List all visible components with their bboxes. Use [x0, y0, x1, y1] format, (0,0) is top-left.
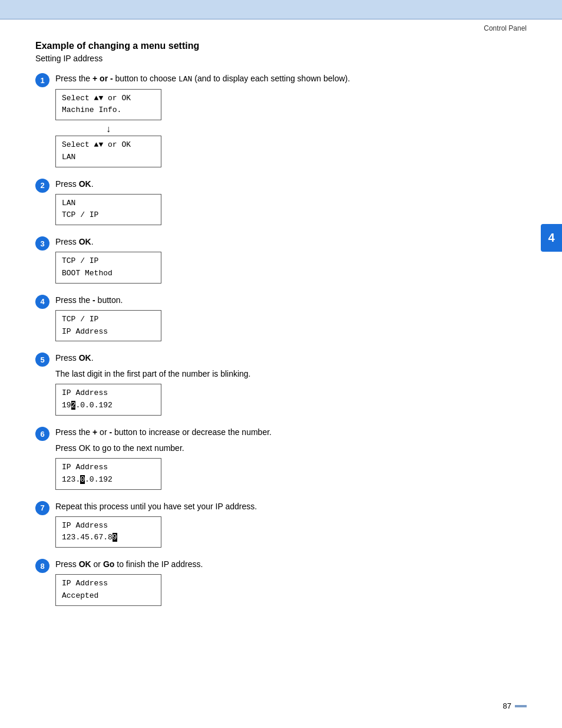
step-row-2: 2Press OK.LANTCP / IP — [35, 178, 527, 228]
lcd-line: TCP / IP — [62, 314, 155, 326]
highlight-char: 9 — [113, 533, 117, 542]
step-subtext-6: Press OK to go to the next number. — [55, 442, 527, 454]
lcd-box-1-0: LANTCP / IP — [55, 194, 161, 226]
lcd-line: LAN — [62, 151, 155, 164]
lcd-box-special-6-0: IP Address123.45.67.89 — [55, 516, 161, 548]
step-text-3: Press OK. — [55, 236, 527, 248]
page-number: 87 — [503, 701, 511, 710]
lcd-line: Accepted — [62, 590, 155, 602]
lcd-box-2-0: TCP / IPBOOT Method — [55, 252, 161, 284]
step-content-6: Press the + or - button to increase or d… — [55, 426, 527, 492]
step-content-2: Press OK.LANTCP / IP — [55, 178, 527, 228]
lcd-line: 123.45.67.89 — [62, 532, 155, 544]
step-text-7: Repeat this process until you have set y… — [55, 500, 527, 513]
step-row-6: 6Press the + or - button to increase or … — [35, 426, 527, 492]
step-text-2: Press OK. — [55, 178, 527, 190]
step-text-6: Press the + or - button to increase or d… — [55, 426, 527, 439]
tab-marker: 4 — [541, 224, 562, 252]
step-row-3: 3Press OK.TCP / IPBOOT Method — [35, 236, 527, 286]
step-content-8: Press OK or Go to finish the IP address.… — [55, 558, 527, 608]
lcd-line: 192.0.0.192 — [62, 400, 155, 412]
top-bar — [0, 0, 562, 19]
step-row-7: 7Repeat this process until you have set … — [35, 500, 527, 551]
step-circle-3: 3 — [35, 236, 49, 251]
lcd-box-special-4-0: IP Address192.0.0.192 — [55, 384, 161, 416]
step-content-3: Press OK.TCP / IPBOOT Method — [55, 236, 527, 286]
step-circle-5: 5 — [35, 353, 49, 367]
lcd-box-3-0: TCP / IPIP Address — [55, 310, 161, 342]
step-subtext-5: The last digit in the first part of the … — [55, 368, 527, 380]
step-content-1: Press the + or - button to choose LAN (a… — [55, 73, 527, 170]
page-number-box — [515, 705, 527, 707]
highlight-char: 2 — [71, 401, 76, 410]
page-number-area: 87 — [503, 701, 527, 710]
step-content-7: Repeat this process until you have set y… — [55, 500, 527, 551]
lcd-line: IP Address — [62, 326, 155, 338]
step-text-1: Press the + or - button to choose LAN (a… — [55, 73, 527, 85]
lcd-box-0-0: Select ▲▼ or OKMachine Info. — [55, 89, 161, 121]
step-text-4: Press the - button. — [55, 294, 527, 307]
step-content-4: Press the - button.TCP / IPIP Address — [55, 294, 527, 344]
lcd-line: TCP / IP — [62, 255, 155, 268]
step-row-5: 5Press OK.The last digit in the first pa… — [35, 352, 527, 418]
step-row-1: 1Press the + or - button to choose LAN (… — [35, 73, 527, 170]
section-subtitle: Setting IP address — [35, 54, 527, 63]
header-label: Control Panel — [0, 19, 562, 35]
step-row-4: 4Press the - button.TCP / IPIP Address — [35, 294, 527, 344]
step-circle-8: 8 — [35, 559, 49, 573]
lcd-line: Machine Info. — [62, 104, 155, 117]
step-circle-2: 2 — [35, 179, 49, 193]
lcd-line: LAN — [62, 197, 155, 210]
lcd-line: IP Address — [62, 578, 155, 590]
lcd-line: IP Address — [62, 520, 155, 532]
step-circle-4: 4 — [35, 295, 49, 309]
steps-container: 1Press the + or - button to choose LAN (… — [35, 73, 527, 608]
lcd-box-0-2: Select ▲▼ or OKLAN — [55, 136, 161, 167]
lcd-line: Select ▲▼ or OK — [62, 93, 155, 105]
step-text-8: Press OK or Go to finish the IP address. — [55, 558, 527, 571]
lcd-line: BOOT Method — [62, 268, 155, 280]
arrow-down-0-1: ↓ — [55, 124, 161, 134]
lcd-line: TCP / IP — [62, 209, 155, 222]
lcd-line: IP Address — [62, 387, 155, 400]
lcd-box-special-5-0: IP Address123.0.0.192 — [55, 458, 161, 490]
section-title: Example of changing a menu setting — [35, 41, 527, 51]
step-text-5: Press OK. — [55, 352, 527, 364]
lcd-box-7-0: IP AddressAccepted — [55, 574, 161, 606]
lcd-line: 123.0.0.192 — [62, 474, 155, 486]
highlight-char: 0 — [80, 475, 85, 484]
step-circle-6: 6 — [35, 427, 49, 441]
lcd-line: IP Address — [62, 462, 155, 474]
main-content: Example of changing a menu setting Setti… — [0, 35, 562, 640]
step-circle-1: 1 — [35, 73, 49, 87]
step-content-5: Press OK.The last digit in the first par… — [55, 352, 527, 418]
lcd-line: Select ▲▼ or OK — [62, 139, 155, 151]
step-row-8: 8Press OK or Go to finish the IP address… — [35, 558, 527, 608]
step-circle-7: 7 — [35, 501, 49, 515]
